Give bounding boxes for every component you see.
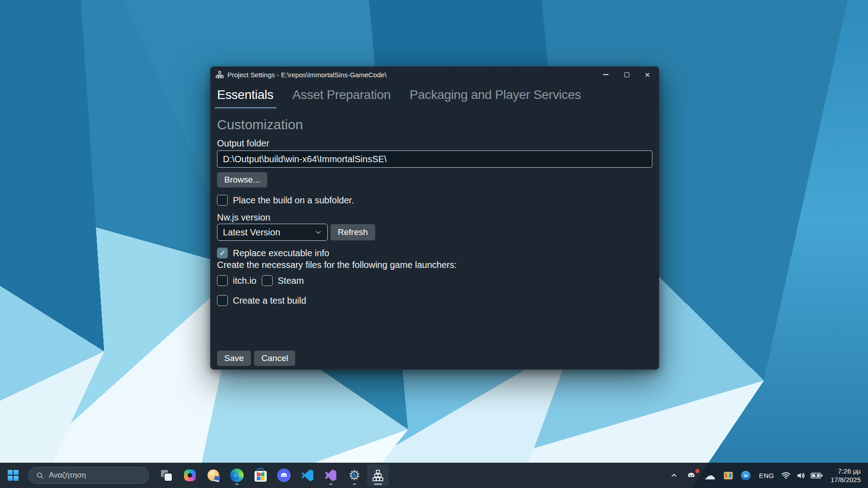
tab-asset-preparation[interactable]: Asset Preparation (292, 88, 391, 108)
subfolder-checkbox[interactable]: Place the build on a subfolder. (217, 195, 652, 206)
cloud-icon (704, 470, 716, 481)
clock[interactable]: 7:26 μμ 17/8/2025 (830, 466, 861, 484)
dialog-content: Essentials Asset Preparation Packaging a… (211, 88, 659, 306)
close-button[interactable]: ✕ (637, 67, 658, 82)
vscode-icon (302, 469, 313, 481)
steam-checkbox[interactable]: Steam (262, 275, 304, 286)
dialog-footer: Save Cancel (217, 351, 295, 366)
window-controls: ✕ (595, 67, 658, 82)
wifi-button[interactable] (778, 466, 793, 484)
copilot-icon (184, 469, 196, 481)
running-indicator (353, 483, 356, 485)
browse-button[interactable]: Browse... (217, 172, 267, 188)
replace-executable-checkbox[interactable]: Replace executable info (217, 248, 652, 258)
nwjs-version-label: Nw.js version (217, 212, 652, 223)
subfolder-checkbox-label: Place the build on a subfolder. (233, 195, 354, 206)
settings-button[interactable] (344, 465, 365, 486)
checkbox-icon (217, 275, 228, 286)
notification-badge (695, 469, 699, 473)
backup-tool-icon (208, 469, 219, 481)
chevron-down-icon (315, 229, 322, 236)
refresh-button[interactable]: Refresh (330, 224, 375, 240)
project-settings-window: Project Settings - E:\repos\ImmortalSins… (210, 66, 659, 370)
microsoft-store-icon (255, 471, 267, 482)
search-input[interactable] (49, 471, 142, 480)
tab-bar: Essentials Asset Preparation Packaging a… (217, 88, 652, 108)
running-indicator (236, 483, 239, 485)
battery-charging-icon (811, 472, 823, 479)
task-view-icon (161, 470, 172, 481)
language-switcher[interactable]: ENG (755, 466, 778, 484)
test-build-checkbox-label: Create a test build (233, 296, 306, 306)
tray-overflow-button[interactable] (666, 466, 682, 484)
project-settings-app-button[interactable] (367, 465, 389, 486)
task-view-button[interactable] (156, 465, 177, 486)
wifi-icon (781, 470, 791, 481)
gear-icon (347, 468, 362, 483)
volume-button[interactable] (793, 466, 808, 484)
replace-executable-label: Replace executable info (233, 248, 329, 258)
save-button[interactable]: Save (217, 351, 251, 366)
pinned-apps (156, 465, 389, 486)
window-titlebar[interactable]: Project Settings - E:\repos\ImmortalSins… (211, 67, 659, 82)
start-button[interactable] (5, 468, 21, 483)
output-folder-label: Output folder (217, 138, 652, 149)
vscode-button[interactable] (297, 465, 318, 486)
checkbox-icon (262, 275, 273, 286)
running-indicator (330, 483, 333, 485)
search-icon (36, 471, 44, 480)
chevron-up-icon (670, 471, 678, 479)
taskbar: ENG 7:26 μμ 17/8/2025 (0, 463, 868, 488)
launcher-checkboxes-row: itch.io Steam (217, 275, 652, 286)
maximize-icon (624, 72, 629, 77)
close-icon: ✕ (645, 71, 651, 78)
blocks-pyramid-icon (372, 469, 384, 482)
tray-screenshot-tool-button[interactable] (720, 466, 737, 484)
tray-discord-button[interactable] (682, 466, 700, 484)
nwjs-version-value: Latest Version (223, 227, 280, 238)
checkbox-icon (217, 295, 228, 306)
speaker-icon (796, 470, 806, 481)
copilot-button[interactable] (179, 465, 201, 486)
discord-tray-icon (686, 470, 696, 480)
launchers-caption: Create the necessary files for the follo… (217, 259, 652, 270)
test-build-checkbox[interactable]: Create a test build (217, 295, 652, 306)
visual-studio-button[interactable] (320, 465, 342, 486)
visual-studio-icon (325, 469, 337, 481)
itchio-checkbox[interactable]: itch.io (217, 275, 256, 286)
cancel-button[interactable]: Cancel (254, 351, 295, 366)
discord-button[interactable] (273, 465, 295, 486)
minimize-icon (603, 74, 609, 75)
section-heading: Customization (217, 116, 652, 133)
microsoft-store-button[interactable] (250, 465, 271, 486)
language-label: ENG (755, 472, 778, 479)
tab-essentials[interactable]: Essentials (217, 88, 274, 108)
active-indicator (374, 483, 382, 485)
window-title: Project Settings - E:\repos\ImmortalSins… (227, 71, 592, 79)
steam-checkbox-label: Steam (278, 276, 304, 286)
battery-button[interactable] (808, 466, 825, 484)
checkbox-icon (217, 195, 228, 206)
app-hierarchy-icon (216, 70, 224, 79)
system-tray: ENG 7:26 μμ 17/8/2025 (666, 463, 868, 488)
itchio-checkbox-label: itch.io (233, 276, 256, 286)
tray-time: 7:26 μμ (830, 467, 861, 475)
edge-button[interactable] (226, 465, 248, 486)
output-folder-input[interactable] (217, 150, 652, 168)
nwjs-version-row: Latest Version Refresh (217, 224, 652, 241)
nwjs-version-select[interactable]: Latest Version (217, 224, 328, 241)
tab-packaging-player-services[interactable]: Packaging and Player Services (410, 88, 581, 108)
maximize-button[interactable] (616, 67, 637, 82)
color-photo-icon (724, 472, 733, 479)
checkbox-icon (217, 248, 228, 258)
taskbar-search[interactable] (28, 467, 149, 484)
tray-download-manager-button[interactable] (737, 466, 755, 484)
backup-tool-button[interactable] (203, 465, 224, 486)
discord-icon (277, 469, 291, 482)
minimize-button[interactable] (595, 67, 616, 82)
tray-date: 17/8/2025 (830, 475, 861, 484)
windows-logo-icon (8, 470, 19, 481)
tray-onedrive-button[interactable] (700, 466, 720, 484)
infinity-icon (741, 471, 750, 480)
desktop: { "window": { "titlebar": { "title": "Pr… (0, 0, 868, 488)
